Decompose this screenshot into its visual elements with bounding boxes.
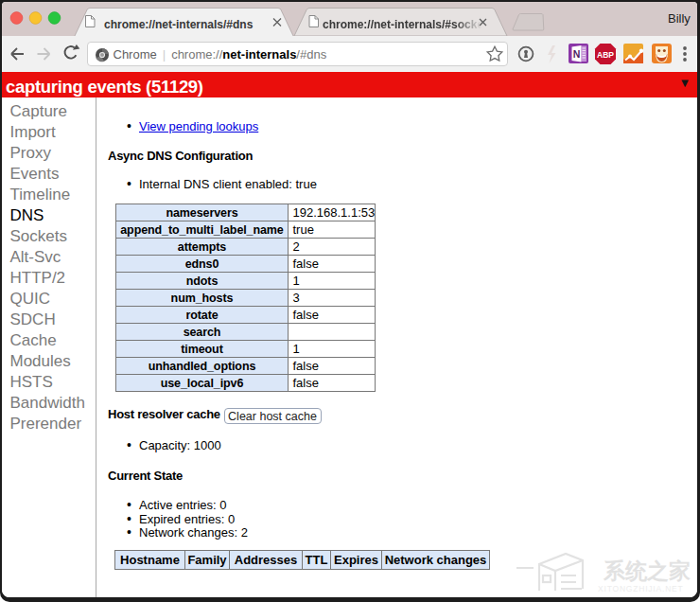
svg-text:N: N — [573, 48, 581, 60]
svg-text:ABP: ABP — [597, 50, 614, 60]
svg-text:XITONGZHIJIA.NET: XITONGZHIJIA.NET — [598, 584, 684, 593]
svg-text:系统之家: 系统之家 — [603, 558, 691, 583]
